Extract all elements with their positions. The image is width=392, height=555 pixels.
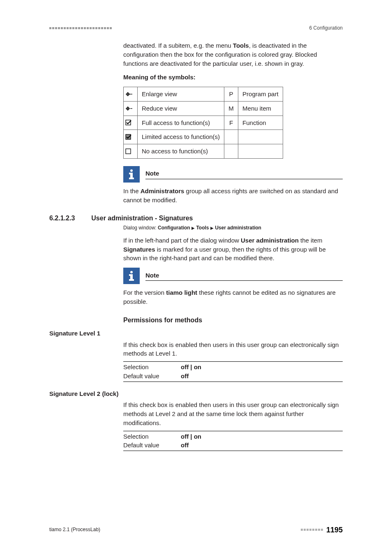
footer-right: 1195 (301, 525, 343, 535)
sig1-values: Selection off | on Default value off (123, 361, 343, 382)
note-body: For the version tiamo light these rights… (123, 288, 343, 306)
table-row: No access to function(s) (124, 144, 283, 159)
note-tiamo-light: Note For the version tiamo light these r… (123, 268, 343, 306)
page-footer: tiamo 2.1 (ProcessLab) 1195 (49, 525, 343, 535)
symbol-label: No access to function(s) (138, 144, 224, 159)
symbol-code: P (224, 87, 238, 102)
selection-value: off | on (181, 363, 201, 372)
note-title: Note (145, 169, 343, 179)
note-head: Note (123, 166, 343, 183)
footer-dots (301, 529, 323, 531)
sig2-values: Selection off | on Default value off (123, 431, 343, 451)
info-icon (123, 166, 140, 183)
intro-text-1: deactivated. If a subitem, e.g. the menu (123, 42, 233, 49)
svg-rect-17 (129, 274, 133, 276)
page-body: deactivated. If a subitem, e.g. the menu… (49, 41, 343, 530)
sig2-label: Signature Level 2 (lock) (49, 389, 343, 398)
symbol-label: Enlarge view (138, 87, 224, 102)
svg-rect-10 (126, 149, 131, 154)
svg-rect-8 (126, 120, 131, 125)
table-row: Limited access to function(s) (124, 130, 283, 144)
svg-rect-9 (126, 134, 131, 139)
reduce-view-icon (124, 101, 138, 116)
note-admin: Note In the Administrators group all acc… (123, 166, 343, 205)
table-row: Enlarge view P Program part (124, 87, 283, 102)
note-title: Note (145, 271, 343, 281)
sig1-desc: If this check box is enabled then users … (123, 340, 343, 358)
svg-rect-13 (129, 173, 133, 174)
limited-access-icon (124, 130, 138, 144)
symbol-right: Function (238, 116, 283, 130)
page-number: 1195 (326, 525, 343, 535)
intro-bold: Tools (233, 42, 249, 49)
signatures-paragraph: If in the left-hand part of the dialog w… (123, 236, 343, 263)
dialog-path: Dialog window: Configuration ▶ Tools ▶ U… (123, 224, 343, 231)
sig2-desc: If this check box is enabled then users … (123, 400, 343, 427)
symbol-right (238, 144, 283, 159)
svg-point-11 (130, 169, 133, 172)
enlarge-view-icon (124, 87, 138, 102)
info-icon (123, 268, 140, 284)
table-row: Full access to function(s) F Function (124, 116, 283, 130)
permissions-heading: Permissions for methods (123, 315, 343, 325)
section-title: User administration - Signatures (91, 213, 193, 223)
default-value: off (181, 372, 189, 381)
meaning-heading: Meaning of the symbols: (123, 73, 343, 82)
symbol-code: F (224, 116, 238, 130)
chapter-label: 6 Configuration (309, 25, 343, 32)
symbol-code (224, 144, 238, 159)
symbol-right: Menu item (238, 101, 283, 116)
default-label: Default value (123, 372, 181, 381)
selection-label: Selection (123, 363, 181, 372)
section-number: 6.2.1.2.3 (49, 213, 75, 223)
svg-rect-14 (129, 178, 134, 179)
intro-paragraph: deactivated. If a subitem, e.g. the menu… (123, 41, 343, 68)
symbol-label: Full access to function(s) (138, 116, 224, 130)
footer-left: tiamo 2.1 (ProcessLab) (49, 526, 100, 533)
section-heading: 6.2.1.2.3 User administration - Signatur… (49, 213, 343, 223)
svg-rect-18 (129, 279, 134, 281)
symbol-code: M (224, 101, 238, 116)
symbol-code (224, 130, 238, 144)
note-head: Note (123, 268, 343, 284)
no-access-icon (124, 144, 138, 159)
default-label: Default value (123, 441, 181, 450)
default-value: off (181, 441, 189, 450)
page-header: 6 Configuration (49, 25, 343, 32)
note-body: In the Administrators group all access r… (123, 187, 343, 205)
symbol-right: Program part (238, 87, 283, 102)
symbols-table: Enlarge view P Program part Reduce view … (123, 87, 283, 159)
table-row: Reduce view M Menu item (124, 101, 283, 116)
svg-point-15 (130, 271, 133, 273)
symbol-label: Limited access to function(s) (138, 130, 224, 144)
sig1-label: Signature Level 1 (49, 329, 343, 338)
selection-value: off | on (181, 432, 201, 441)
header-dots (49, 27, 112, 29)
selection-label: Selection (123, 432, 181, 441)
symbol-right (238, 130, 283, 144)
full-access-icon (124, 116, 138, 130)
symbol-label: Reduce view (138, 101, 224, 116)
